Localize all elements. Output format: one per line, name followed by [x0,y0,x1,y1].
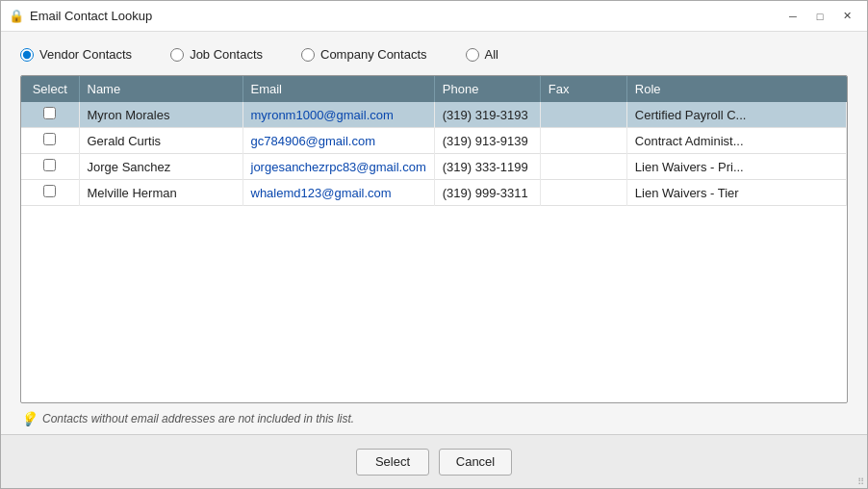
row-select-cell [21,128,79,154]
radio-company-label: Company Contacts [320,47,427,62]
row-role: Contract Administ... [626,128,846,154]
table-row: Myron Moralesmyronm1000@gmail.com(319) 3… [21,102,847,128]
row-phone: (319) 999-3311 [434,180,540,206]
resize-handle: ⠿ [857,476,864,487]
row-name: Jorge Sanchez [79,154,243,180]
radio-job[interactable]: Job Contacts [170,47,263,62]
col-header-phone: Phone [434,76,540,102]
row-phone: (319) 319-3193 [434,102,540,128]
row-email: whalemd123@gmail.com [243,180,434,206]
row-fax [540,128,626,154]
col-header-email: Email [243,76,434,102]
row-fax [540,180,626,206]
row-name: Melville Herman [79,180,243,206]
row-name: Myron Morales [79,102,243,128]
col-header-name: Name [79,76,243,102]
row-checkbox[interactable] [43,133,56,145]
contacts-table: Select Name Email Phone Fax Role Myron M… [21,76,847,206]
row-select-cell [21,180,79,206]
contacts-table-container: Select Name Email Phone Fax Role Myron M… [20,75,848,403]
row-select-cell [21,102,79,128]
row-checkbox[interactable] [43,159,56,171]
row-role: Lien Waivers - Pri... [626,154,846,180]
row-email: jorgesanchezrpc83@gmail.com [243,154,434,180]
radio-group: Vendor Contacts Job Contacts Company Con… [20,47,848,62]
row-role: Lien Waivers - Tier [626,180,846,206]
close-button[interactable]: ✕ [834,6,859,27]
radio-company[interactable]: Company Contacts [301,47,427,62]
maximize-button[interactable]: □ [807,6,832,27]
radio-vendor-label: Vendor Contacts [39,47,132,62]
row-fax [540,102,626,128]
row-checkbox[interactable] [43,107,56,119]
row-email: myronm1000@gmail.com [243,102,434,128]
table-row: Gerald Curtisgc784906@gmail.com(319) 913… [21,128,847,154]
radio-job-label: Job Contacts [190,47,263,62]
row-phone: (319) 913-9139 [434,128,540,154]
col-header-fax: Fax [540,76,626,102]
row-name: Gerald Curtis [79,128,243,154]
radio-all[interactable]: All [466,47,498,62]
table-header-row: Select Name Email Phone Fax Role [21,76,847,102]
footer-note-text: Contacts without email addresses are not… [42,412,354,425]
table-row: Melville Hermanwhalemd123@gmail.com(319)… [21,180,847,206]
row-fax [540,154,626,180]
row-role: Certified Payroll C... [626,102,846,128]
cancel-button[interactable]: Cancel [439,449,512,476]
footer-note: 💡 Contacts without email addresses are n… [20,411,848,426]
radio-vendor[interactable]: Vendor Contacts [20,47,132,62]
select-button[interactable]: Select [356,449,429,476]
title-controls: ─ □ ✕ [780,6,859,27]
window-icon: 🔒 [9,9,24,24]
title-bar: 🔒 Email Contact Lookup ─ □ ✕ [1,1,867,32]
main-window: 🔒 Email Contact Lookup ─ □ ✕ Vendor Cont… [0,0,868,489]
row-phone: (319) 333-1199 [434,154,540,180]
bottom-bar: Select Cancel [1,434,867,488]
col-header-role: Role [626,76,846,102]
content-area: Vendor Contacts Job Contacts Company Con… [1,32,867,434]
window-title: Email Contact Lookup [30,9,780,23]
table-row: Jorge Sanchezjorgesanchezrpc83@gmail.com… [21,154,847,180]
minimize-button[interactable]: ─ [780,6,805,27]
row-checkbox[interactable] [43,185,56,197]
bulb-icon: 💡 [20,411,37,426]
row-email: gc784906@gmail.com [243,128,434,154]
radio-all-label: All [485,47,498,62]
col-header-select: Select [21,76,79,102]
row-select-cell [21,154,79,180]
